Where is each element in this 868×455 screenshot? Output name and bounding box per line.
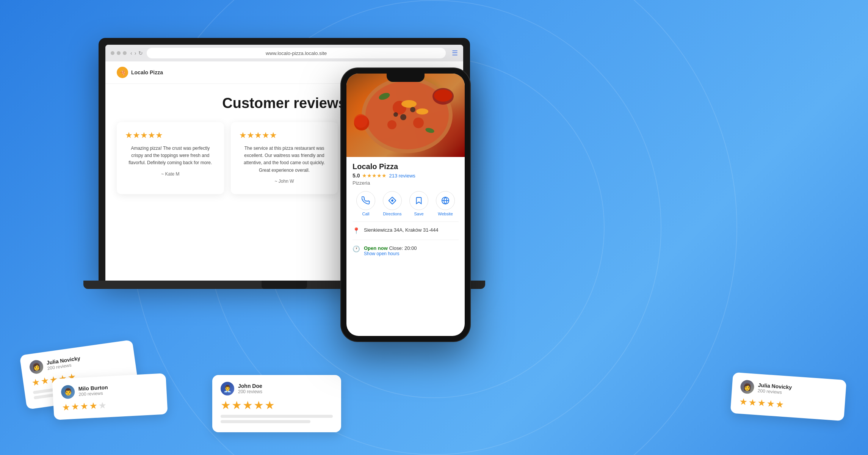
browser-url-bar[interactable]: www.localo-pizza.localo.site [147,48,446,58]
pizza-svg [346,74,465,157]
svg-point-7 [400,114,406,120]
phone-screen: Localo Pizza 5.0 ★★★★★ 213 reviews Pizze… [346,74,465,336]
phone-hours-row: 🕐 Open now Close: 20:00 Show open hours [353,242,459,259]
phone-hours-text: Open now Close: 20:00 Show open hours [364,245,417,256]
review-text-1: Amazing pizza! The crust was perfectly c… [125,145,216,167]
site-logo: 🍕 Localo Pizza [117,67,163,78]
phone-rating-num: 5.0 [353,173,360,179]
phone-address-text: Sienkiewicza 34A, Kraków 31-444 [364,227,439,233]
show-hours-link[interactable]: Show open hours [364,251,417,256]
phone-stars-small: ★★★★★ [362,173,387,179]
review-text-2: The service at this pizza restaurant was… [239,145,330,174]
svg-point-4 [387,120,396,129]
clock-icon: 🕐 [353,245,360,253]
website-icon [436,191,455,210]
fc-stars-johndoe: ★★★★★ [221,399,333,412]
fc-avatar-milo: 👨 [61,385,75,399]
browser-bar: ‹ › ↻ www.localo-pizza.localo.site ☰ [105,45,463,61]
laptop-notch [262,281,307,289]
phone-frame: Localo Pizza 5.0 ★★★★★ 213 reviews Pizze… [341,68,470,341]
fc-reviews-johndoe: 200 reviews [238,389,262,394]
fc-avatar-julia-1: 👩 [29,359,44,375]
fc-user-row-johndoe: 👨‍💼 John Doe 200 reviews [221,382,333,395]
phone-address-row: 📍 Sienkiewicza 34A, Kraków 31-444 [353,224,459,237]
phone-divider-1 [353,221,459,222]
browser-menu-icon[interactable]: ☰ [452,49,458,57]
fc-lines-johndoe [221,415,333,423]
review-stars-2: ★★★★★ [239,130,330,140]
phone-biz-name: Localo Pizza [353,162,459,171]
floating-card-julia-2: 👩 Julia Novicky 200 reviews ★★★★★ [730,372,847,421]
phone-divider-2 [353,240,459,240]
svg-point-9 [393,112,398,117]
fc-stars-milo: ★★★★★ [62,397,159,413]
directions-icon [383,191,402,210]
svg-point-8 [410,107,415,112]
call-icon [356,191,375,210]
svg-point-13 [354,114,368,128]
review-author-2: ~ John W [239,179,330,184]
svg-point-5 [401,100,417,108]
browser-nav: ‹ › ↻ [130,50,143,56]
fc-user-info-johndoe: John Doe 200 reviews [238,383,262,394]
browser-url-text: www.localo-pizza.localo.site [266,50,327,56]
fc-line-johndoe-1 [221,415,333,418]
browser-back-icon[interactable]: ‹ [130,50,132,56]
phone-action-call[interactable]: Call [356,191,375,216]
fc-user-info-julia-1: Julia Novicky 200 reviews [46,355,81,371]
fc-reviews-milo: 200 reviews [78,390,108,397]
phone-mockup: Localo Pizza 5.0 ★★★★★ 213 reviews Pizze… [341,68,470,341]
phone-rating-row: 5.0 ★★★★★ 213 reviews [353,173,459,179]
browser-dot-2 [117,51,121,55]
floating-card-johndoe: 👨‍💼 John Doe 200 reviews ★★★★★ [212,375,341,432]
close-time: Close: 20:00 [389,245,417,251]
save-icon [409,191,428,210]
phone-notch [387,74,425,82]
website-label: Website [438,212,453,216]
call-label: Call [362,212,370,216]
floating-card-milo: 👨 Milo Burton 200 reviews ★★★★★ [52,373,168,420]
phone-action-website[interactable]: Website [436,191,455,216]
save-label: Save [414,212,423,216]
review-card-1: ★★★★★ Amazing pizza! The crust was perfe… [117,122,224,194]
review-author-1: ~ Kate M [125,171,216,177]
fc-user-info-julia-2: Julia Novicky 200 reviews [757,382,792,395]
browser-dots [111,51,127,55]
fc-avatar-johndoe: 👨‍💼 [221,382,234,395]
fc-line-johndoe-2 [221,420,310,423]
fc-user-info-milo: Milo Burton 200 reviews [78,384,108,397]
logo-icon: 🍕 [117,67,128,78]
location-icon: 📍 [353,227,360,234]
phone-pizza-image [346,74,465,157]
svg-point-3 [413,118,424,128]
fc-name-johndoe: John Doe [238,383,262,389]
svg-point-11 [434,89,452,102]
phone-category: Pizzeria [353,180,459,186]
open-status: Open now [364,245,388,251]
site-logo-text: Localo Pizza [131,69,163,75]
review-card-2: ★★★★★ The service at this pizza restaura… [231,122,338,194]
phone-actions: Call Directions [353,191,459,216]
fc-avatar-julia-2: 👩 [740,380,754,394]
phone-action-directions[interactable]: Directions [383,191,402,216]
browser-refresh-icon[interactable]: ↻ [138,50,143,56]
browser-dot-3 [123,51,127,55]
browser-forward-icon[interactable]: › [135,50,136,56]
svg-point-6 [416,108,428,115]
phone-reviews-link[interactable]: 213 reviews [389,173,415,179]
fc-user-row-milo: 👨 Milo Burton 200 reviews [61,380,158,399]
phone-action-save[interactable]: Save [409,191,428,216]
directions-label: Directions [383,212,402,216]
browser-dot-1 [111,51,114,55]
phone-info: Localo Pizza 5.0 ★★★★★ 213 reviews Pizze… [346,157,465,265]
review-stars-1: ★★★★★ [125,130,216,140]
